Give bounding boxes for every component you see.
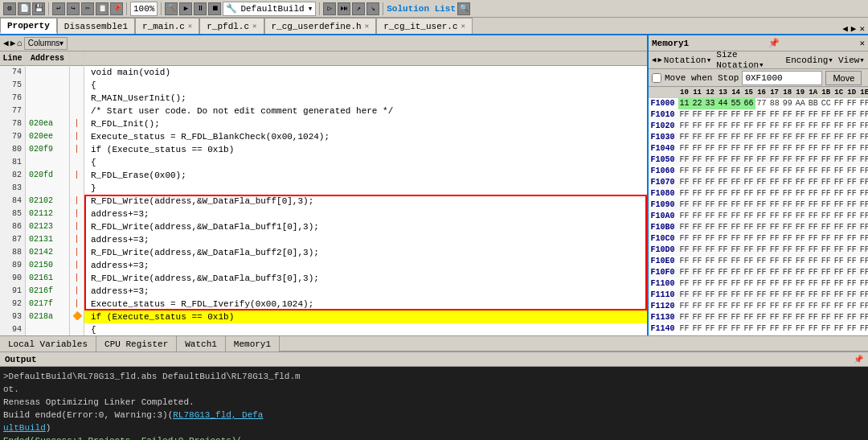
breakpoint-cell[interactable]: |: [70, 298, 84, 310]
memory-cell[interactable]: FF: [678, 177, 691, 188]
memory-cell[interactable]: FF: [743, 233, 755, 245]
tab-rpfdl-close[interactable]: ✕: [252, 20, 256, 33]
memory-cell[interactable]: FF: [768, 301, 781, 312]
memory-cell[interactable]: FF: [781, 109, 794, 121]
memory-cell[interactable]: FF: [678, 154, 691, 166]
memory-cell[interactable]: FF: [794, 323, 807, 335]
code-line[interactable]: R_FDL_Write(address,&W_DataFla_buff2[0],…: [84, 246, 647, 259]
memory-cell[interactable]: FF: [691, 154, 704, 166]
memory-cell[interactable]: FF: [691, 290, 704, 301]
memory-pin-icon[interactable]: 📌: [768, 38, 780, 48]
memory-cell[interactable]: 11: [678, 98, 691, 110]
memory-cell[interactable]: FF: [717, 290, 730, 301]
memory-cell[interactable]: FF: [833, 267, 845, 278]
tab-rpfdl[interactable]: r_pfdl.c ✕: [199, 18, 264, 34]
view-dropdown[interactable]: View▾: [838, 55, 865, 65]
tab-memory1-bottom[interactable]: Memory1: [226, 336, 280, 352]
memory-cell[interactable]: FF: [858, 166, 868, 177]
memory-cell[interactable]: FF: [845, 188, 858, 199]
memory-cell[interactable]: BB: [807, 98, 820, 110]
memory-cell[interactable]: FF: [858, 154, 868, 166]
memory-cell[interactable]: FF: [704, 132, 717, 143]
memory-cell[interactable]: FF: [833, 98, 845, 110]
memory-cell[interactable]: FF: [858, 245, 868, 256]
memory-cell[interactable]: FF: [691, 211, 704, 222]
code-line[interactable]: address+=3;: [84, 208, 647, 220]
memory-cell[interactable]: 88: [768, 98, 781, 110]
memory-cell[interactable]: FF: [755, 177, 768, 188]
memory-cell[interactable]: FF: [781, 166, 794, 177]
memory-cell[interactable]: FF: [768, 177, 781, 188]
memory-cell[interactable]: FF: [743, 301, 755, 312]
memory-cell[interactable]: FF: [807, 312, 820, 323]
memory-cell[interactable]: FF: [845, 132, 858, 143]
breakpoint-cell[interactable]: [70, 323, 84, 335]
memory-cell[interactable]: 44: [717, 98, 730, 110]
memory-cell[interactable]: FF: [743, 109, 755, 121]
memory-cell[interactable]: FF: [755, 301, 768, 312]
code-line[interactable]: address+=3;: [84, 259, 647, 272]
memory-cell[interactable]: FF: [743, 199, 755, 211]
memory-cell[interactable]: FF: [730, 211, 743, 222]
memory-cell[interactable]: FF: [845, 267, 858, 278]
memory-cell[interactable]: FF: [833, 109, 845, 121]
memory-cell[interactable]: FF: [730, 301, 743, 312]
memory-cell[interactable]: FF: [704, 121, 717, 132]
memory-fwd-btn[interactable]: ▶: [657, 56, 661, 64]
memory-cell[interactable]: FF: [807, 121, 820, 132]
memory-cell[interactable]: FF: [833, 121, 845, 132]
memory-cell[interactable]: FF: [781, 323, 794, 335]
memory-cell[interactable]: FF: [743, 290, 755, 301]
memory-cell[interactable]: FF: [704, 323, 717, 335]
memory-cell[interactable]: FF: [858, 121, 868, 132]
breakpoint-cell[interactable]: [70, 79, 84, 92]
memory-cell[interactable]: FF: [820, 245, 833, 256]
memory-cell[interactable]: FF: [678, 301, 691, 312]
memory-close-icon[interactable]: ✕: [859, 38, 865, 48]
memory-cell[interactable]: FF: [755, 166, 768, 177]
memory-cell[interactable]: FF: [691, 233, 704, 245]
memory-cell[interactable]: FF: [743, 267, 755, 278]
memory-cell[interactable]: FF: [678, 256, 691, 267]
memory-cell[interactable]: FF: [820, 233, 833, 245]
memory-cell[interactable]: FF: [730, 199, 743, 211]
memory-cell[interactable]: FF: [755, 245, 768, 256]
memory-cell[interactable]: FF: [678, 290, 691, 301]
memory-cell[interactable]: FF: [678, 166, 691, 177]
memory-cell[interactable]: FF: [743, 143, 755, 154]
memory-cell[interactable]: FF: [691, 177, 704, 188]
notation-dropdown[interactable]: Notation▾: [664, 55, 711, 65]
memory-cell[interactable]: FF: [820, 177, 833, 188]
memory-cell[interactable]: FF: [704, 278, 717, 290]
memory-cell[interactable]: FF: [678, 199, 691, 211]
memory-cell[interactable]: FF: [768, 267, 781, 278]
memory-cell[interactable]: FF: [833, 211, 845, 222]
code-line[interactable]: {: [84, 156, 647, 169]
memory-cell[interactable]: FF: [743, 188, 755, 199]
tab-rcg-it-close[interactable]: ✕: [461, 20, 465, 33]
memory-cell[interactable]: FF: [820, 132, 833, 143]
breakpoint-cell[interactable]: [70, 105, 84, 117]
memory-cell[interactable]: FF: [678, 323, 691, 335]
memory-cell[interactable]: FF: [781, 132, 794, 143]
memory-cell[interactable]: FF: [755, 109, 768, 121]
memory-cell[interactable]: FF: [807, 166, 820, 177]
memory-cell[interactable]: FF: [730, 323, 743, 335]
columns-button[interactable]: Columns▾: [24, 37, 68, 50]
memory-cell[interactable]: FF: [794, 290, 807, 301]
code-line[interactable]: Execute_status = R_FDL_Iverify(0x00,1024…: [84, 298, 647, 310]
memory-cell[interactable]: FF: [820, 199, 833, 211]
memory-cell[interactable]: FF: [704, 301, 717, 312]
memory-cell[interactable]: FF: [717, 177, 730, 188]
toolbar-icon-9[interactable]: 🔨: [165, 2, 178, 15]
memory-cell[interactable]: FF: [858, 188, 868, 199]
memory-cell[interactable]: FF: [730, 256, 743, 267]
memory-cell[interactable]: FF: [794, 132, 807, 143]
memory-cell[interactable]: FF: [755, 312, 768, 323]
memory-cell[interactable]: FF: [858, 98, 868, 110]
code-line[interactable]: if (Execute_status == 0x1b): [84, 143, 647, 156]
memory-cell[interactable]: FF: [781, 143, 794, 154]
breakpoint-cell[interactable]: |: [70, 130, 84, 143]
memory-cell[interactable]: FF: [807, 222, 820, 233]
memory-cell[interactable]: FF: [717, 312, 730, 323]
